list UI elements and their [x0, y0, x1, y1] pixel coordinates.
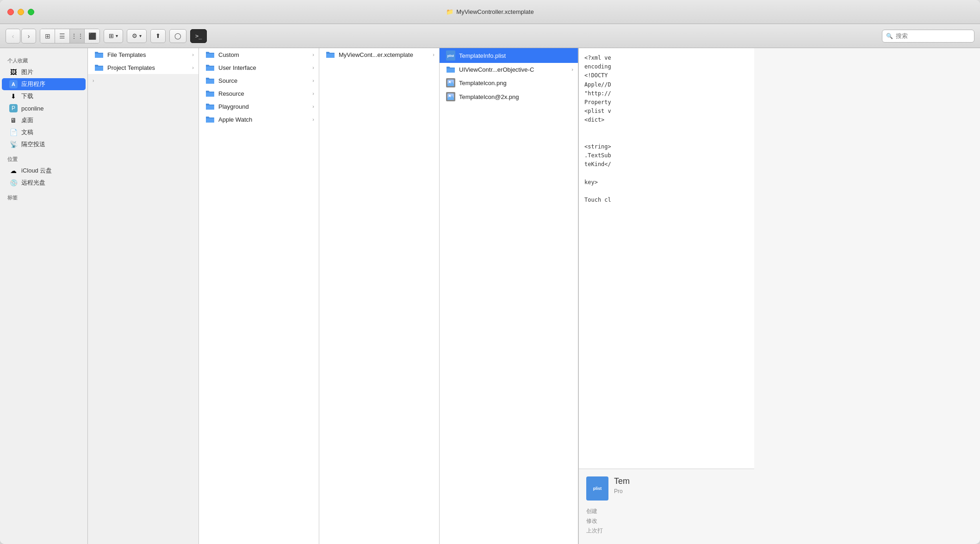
resource-arrow: ›: [312, 91, 314, 96]
column-item-user-interface[interactable]: User Interface ›: [199, 61, 319, 74]
column-item-project-templates[interactable]: Project Templates ›: [88, 61, 198, 74]
folder-icon-user-interface: [205, 64, 215, 71]
file-subtitle: Pro: [614, 488, 630, 495]
info-row-created: 创建: [586, 507, 747, 515]
project-templates-name: Project Templates: [107, 64, 188, 71]
column-view-button[interactable]: ⋮⋮: [70, 29, 85, 43]
file-templates-arrow: ›: [192, 52, 194, 57]
sidebar-item-desktop[interactable]: 🖥 桌面: [2, 114, 86, 126]
toolbar: ‹ › ⊞ ☰ ⋮⋮ ⬛ ⊞ ▾ ⚙ ▾: [0, 24, 980, 48]
sidebar-item-label-apps: 应用程序: [21, 80, 45, 88]
tag-section-header: 标签: [0, 189, 87, 203]
share-button[interactable]: ⬆: [150, 29, 166, 43]
finder-columns: File Templates › Project Templates ›: [88, 48, 980, 544]
folder-icon-resource: [205, 90, 215, 97]
gear-icon: ⚙: [132, 32, 137, 39]
action-button[interactable]: ⚙ ▾: [127, 29, 147, 43]
column-item-templateicon2x-png[interactable]: TemplateIcon@2x.png: [440, 90, 578, 104]
code-line-1: <?xml ve: [584, 54, 749, 62]
sidebar-item-label-photos: 图片: [21, 68, 33, 76]
column-item-source[interactable]: Source ›: [199, 74, 319, 87]
source-name: Source: [218, 77, 309, 84]
code-line-16: [584, 187, 749, 196]
search-input[interactable]: [896, 32, 970, 39]
downloads-icon: ⬇: [9, 92, 18, 100]
column-item-uiviewcontroller[interactable]: UIViewContr...erObjective-C ›: [440, 63, 578, 76]
uiviewcontroller-name: UIViewContr...erObjective-C: [459, 66, 568, 73]
code-line-7: <plist v: [584, 107, 749, 116]
column-item-resource[interactable]: Resource ›: [199, 87, 319, 100]
sidebar-item-pconline[interactable]: P pconline: [2, 102, 86, 114]
minimize-button[interactable]: [18, 9, 24, 15]
info-panel: plist Tem Pro 创建 修改: [579, 469, 754, 544]
templateinfo-name: TemplateInfo.plist: [459, 52, 573, 59]
close-button[interactable]: [7, 9, 14, 15]
cover-view-button[interactable]: ⬛: [85, 29, 99, 43]
traffic-lights: [7, 9, 34, 15]
sidebar-item-label-icloud: iCloud 云盘: [21, 167, 52, 175]
column-item-myviewcontroller[interactable]: MyViewCont...er.xctemplate ›: [319, 48, 439, 61]
column-item-playground[interactable]: Playground ›: [199, 100, 319, 113]
column-2: Custom › User Interface ›: [199, 48, 319, 544]
code-line-14: [584, 169, 749, 178]
sidebar-item-icloud[interactable]: ☁ iCloud 云盘: [2, 165, 86, 177]
column-item-custom[interactable]: Custom ›: [199, 48, 319, 61]
folder-icon-file-templates: [94, 51, 104, 58]
modified-label: 修改: [586, 517, 597, 525]
code-line-10: [584, 134, 749, 142]
folder-icon-apple-watch: [205, 116, 215, 123]
grid-icon: ⊞: [45, 32, 50, 40]
back-button[interactable]: ‹: [6, 29, 20, 43]
sidebar-item-photos[interactable]: 🖼 图片: [2, 66, 86, 78]
grid-view-button[interactable]: ⊞: [40, 29, 55, 43]
remotedisk-icon: 💿: [9, 179, 18, 187]
sidebar: 个人收藏 🖼 图片 A 应用程序 ⬇ 下载 P pconline 🖥 桌面: [0, 48, 88, 544]
terminal-button[interactable]: >_: [190, 29, 207, 43]
column-item-templateinfo[interactable]: plist TemplateInfo.plist: [440, 48, 578, 63]
code-line-8: <dict>: [584, 116, 749, 124]
column-icon: ⋮⋮: [71, 32, 84, 40]
tag-button[interactable]: ◯: [169, 29, 186, 43]
column-item-file-templates[interactable]: File Templates ›: [88, 48, 198, 61]
sidebar-item-label-documents: 文稿: [21, 128, 33, 136]
column-item-apple-watch[interactable]: Apple Watch ›: [199, 113, 319, 126]
terminal-icon: >_: [195, 33, 202, 39]
info-row-modified: 修改: [586, 517, 747, 525]
sidebar-item-airdrop[interactable]: 📡 隔空投送: [2, 138, 86, 150]
sidebar-item-documents[interactable]: 📄 文稿: [2, 126, 86, 138]
code-line-12: .TextSub: [584, 151, 749, 160]
sidebar-item-remotedisk[interactable]: 💿 远程光盘: [2, 177, 86, 189]
forward-icon: ›: [28, 32, 30, 40]
chevron-down-icon: ▾: [116, 33, 118, 38]
code-area: <?xml ve encoding <!DOCTY Apple//D "http…: [579, 48, 754, 469]
png-icon-templateicon: [446, 78, 455, 87]
icloud-icon: ☁: [9, 167, 18, 175]
sidebar-item-apps[interactable]: A 应用程序: [2, 78, 86, 90]
group-by-button[interactable]: ⊞ ▾: [104, 29, 123, 43]
svg-point-3: [449, 95, 451, 97]
code-line-3: <!DOCTY: [584, 71, 749, 80]
list-icon: ☰: [59, 32, 65, 40]
code-line-13: teKind</: [584, 160, 749, 169]
desktop-icon: 🖥: [9, 116, 18, 124]
sidebar-item-label-desktop: 桌面: [21, 116, 33, 124]
file-templates-name: File Templates: [107, 51, 188, 58]
maximize-button[interactable]: [28, 9, 34, 15]
action-chevron-icon: ▾: [139, 33, 142, 38]
cover-icon: ⬛: [88, 32, 96, 40]
forward-button[interactable]: ›: [21, 29, 36, 43]
playground-name: Playground: [218, 103, 309, 110]
col1-expand-item[interactable]: ›: [88, 74, 198, 87]
main-content: 个人收藏 🖼 图片 A 应用程序 ⬇ 下载 P pconline 🖥 桌面: [0, 48, 980, 544]
plist-icon-templateinfo: plist: [446, 50, 455, 61]
apple-watch-arrow: ›: [312, 117, 314, 122]
info-row-opened: 上次打: [586, 527, 747, 535]
title-folder-icon: 📁: [446, 8, 453, 15]
search-bar[interactable]: 🔍: [882, 30, 974, 43]
column-item-templateicon-png[interactable]: TemplateIcon.png: [440, 76, 578, 90]
sidebar-item-downloads[interactable]: ⬇ 下载: [2, 90, 86, 102]
documents-icon: 📄: [9, 128, 18, 136]
list-view-button[interactable]: ☰: [55, 29, 70, 43]
folder-icon-source: [205, 77, 215, 84]
templateicon-png-name: TemplateIcon.png: [459, 80, 573, 87]
